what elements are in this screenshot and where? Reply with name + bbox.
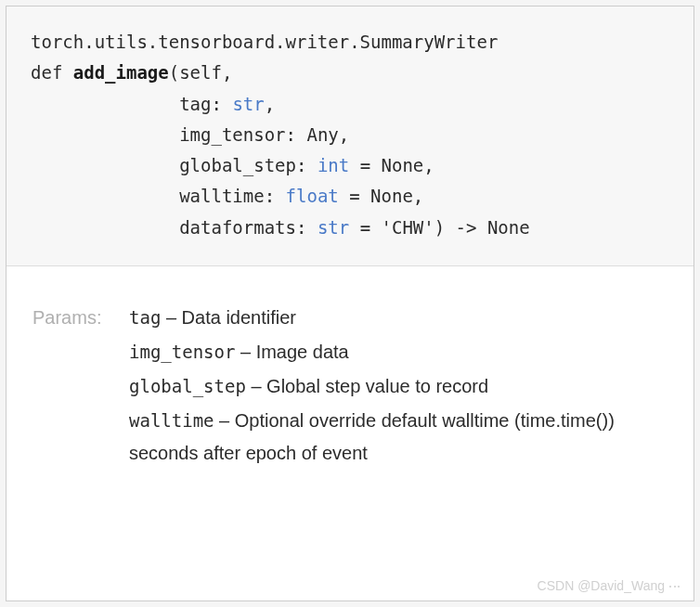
function-signature-block: torch.utils.tensorboard.writer.SummaryWr… — [6, 6, 694, 266]
param-doc-global-step: global_step – Global step value to recor… — [129, 370, 664, 403]
type-annotation: int — [318, 155, 349, 175]
def-keyword: def — [31, 62, 73, 83]
module-path: torch.utils.tensorboard.writer.SummaryWr… — [31, 32, 498, 52]
documentation-popup: torch.utils.tensorboard.writer.SummaryWr… — [6, 6, 694, 601]
function-name: add_image — [73, 62, 169, 83]
param-doc-name: global_step — [129, 376, 246, 396]
watermark-text: CSDN @David_Wang — [538, 578, 665, 593]
param-name: walltime — [179, 186, 265, 206]
param-line-global-step: global_step: int = None, — [31, 150, 669, 181]
type-annotation: str — [232, 94, 264, 114]
more-icon: ⋮ — [668, 580, 682, 592]
param-name: dataformats — [179, 217, 296, 238]
type-annotation: Any — [306, 124, 338, 145]
def-line: def add_image(self, — [31, 58, 669, 88]
param-name: tag — [179, 94, 211, 114]
params-block: Params: tag – Data identifier img_tensor… — [32, 302, 664, 471]
param-name: global_step — [179, 155, 296, 175]
param-doc-desc: Data identifier — [182, 307, 296, 328]
param-line-walltime: walltime: float = None, — [31, 181, 669, 212]
module-path-line: torch.utils.tensorboard.writer.SummaryWr… — [31, 27, 669, 58]
param-doc-img-tensor: img_tensor – Image data — [129, 336, 664, 368]
param-doc-name: walltime — [129, 410, 214, 431]
param-doc-name: tag — [129, 307, 161, 328]
param-doc-walltime: walltime – Optional override default wal… — [129, 405, 664, 470]
type-annotation: str — [318, 217, 349, 238]
param-doc-desc: Image data — [256, 342, 349, 362]
watermark: CSDN @David_Wang⋮ — [538, 578, 681, 593]
signature-open: (self, — [169, 62, 233, 83]
params-list: tag – Data identifier img_tensor – Image… — [129, 302, 664, 471]
param-line-dataformats: dataformats: str = 'CHW') -> None — [31, 213, 669, 243]
param-name: img_tensor — [179, 124, 285, 145]
param-doc-tag: tag – Data identifier — [129, 302, 664, 334]
param-doc-desc: Global step value to record — [266, 376, 488, 396]
documentation-body: Params: tag – Data identifier img_tensor… — [6, 266, 694, 601]
type-annotation: float — [286, 186, 339, 206]
param-line-tag: tag: str, — [31, 89, 669, 120]
params-heading: Params: — [32, 302, 129, 334]
param-doc-name: img_tensor — [129, 342, 235, 362]
param-line-img-tensor: img_tensor: Any, — [31, 120, 669, 150]
